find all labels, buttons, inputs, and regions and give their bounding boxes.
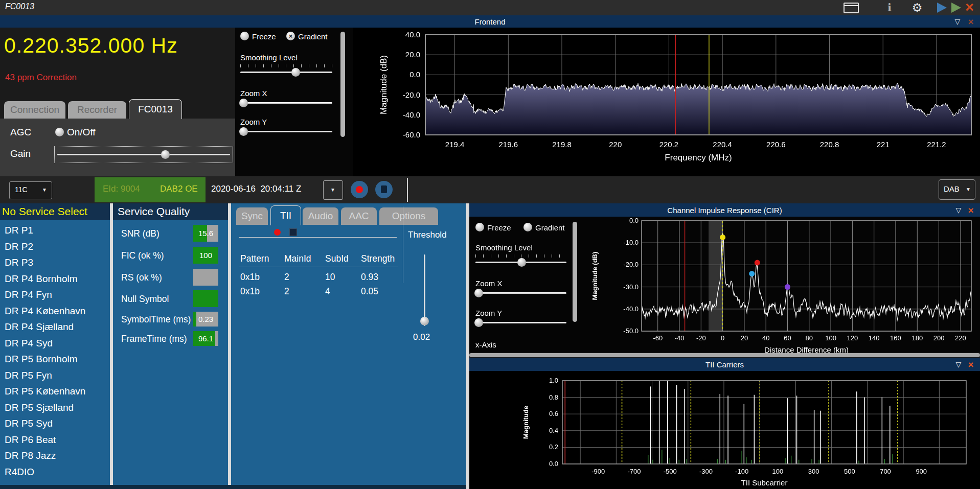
service-item[interactable]: R4DIO xyxy=(0,464,110,481)
panel-close-icon[interactable]: × xyxy=(965,358,976,371)
tii-carriers-title: TII Carriers xyxy=(705,360,744,369)
cir-controls: Freeze Gradient Smoothing Level Zoom X Z… xyxy=(469,217,583,353)
quality-title: Service Quality xyxy=(118,205,190,218)
service-item[interactable]: DR P4 Fyn xyxy=(0,287,110,304)
service-item[interactable]: DR P5 København xyxy=(0,384,110,400)
service-item[interactable]: DR P3 xyxy=(0,255,110,271)
tab-fc0013[interactable]: FC0013 xyxy=(129,99,182,119)
quality-badge xyxy=(193,269,218,286)
threshold-slider[interactable] xyxy=(419,254,429,330)
quality-label: RS (ok %) xyxy=(121,272,162,283)
zoom-x-label: Zoom X xyxy=(240,89,267,98)
gradient-label: Gradient xyxy=(298,32,328,41)
service-item[interactable]: DR P6 Beat xyxy=(0,432,110,449)
service-item[interactable]: DR P2 xyxy=(0,239,110,255)
datetime: 2020-06-16 20:04:11 Z xyxy=(211,184,301,194)
selected-service-label: No Service Select xyxy=(2,205,87,218)
record-button[interactable] xyxy=(351,181,368,198)
freeze-radio[interactable] xyxy=(240,32,249,40)
settings-gear-icon[interactable]: ⚙ xyxy=(910,0,924,15)
cir-title: Channel Impulse Response (CIR) xyxy=(667,206,782,215)
play-icon[interactable] xyxy=(937,3,947,13)
zoom-y-slider-handle[interactable] xyxy=(239,127,248,136)
cir-smoothing-slider-handle[interactable] xyxy=(517,258,526,267)
cir-zoom-x-slider-handle[interactable] xyxy=(474,289,483,297)
service-item[interactable]: DR P4 Bornholm xyxy=(0,271,110,288)
service-item[interactable]: DR P5 Sjælland xyxy=(0,400,110,416)
stop-square-icon xyxy=(381,185,387,193)
stop-button[interactable] xyxy=(375,181,393,198)
smoothing-slider-handle[interactable] xyxy=(291,68,300,77)
channel-select[interactable]: 11C ▼ xyxy=(9,181,52,199)
bottom-strip xyxy=(0,485,466,489)
tab-audio[interactable]: Audio xyxy=(303,207,338,225)
collapse-icon[interactable]: ▽ xyxy=(953,203,964,217)
cir-freeze-radio[interactable] xyxy=(475,223,484,231)
service-item[interactable]: DR P1 xyxy=(0,223,110,239)
channel-value: 11C xyxy=(15,185,28,194)
service-item[interactable]: DR P8 Jazz xyxy=(0,448,110,464)
info-icon[interactable]: i xyxy=(884,1,895,14)
cir-gradient-radio[interactable] xyxy=(523,223,532,231)
cir-gradient-label: Gradient xyxy=(535,223,565,232)
tab-tii[interactable]: TII xyxy=(270,205,301,225)
agc-label: AGC xyxy=(10,127,31,138)
frontend-header: Frontend ▽ × xyxy=(0,15,980,28)
service-item[interactable]: DR P5 Fyn xyxy=(0,368,110,384)
cir-zoom-y-slider[interactable] xyxy=(475,319,566,328)
collapse-icon[interactable]: ▽ xyxy=(952,15,963,28)
tii-record-dot-icon xyxy=(274,229,281,236)
tii-carriers-plot xyxy=(469,371,980,489)
controls-scrollbar[interactable] xyxy=(340,32,345,137)
cir-zoom-y-label: Zoom Y xyxy=(475,309,502,317)
panel-close-icon[interactable]: × xyxy=(965,203,976,217)
gradient-checkbox[interactable]: × xyxy=(286,32,295,40)
quality-label: Null Symbol xyxy=(121,294,169,305)
quality-label: FIC (ok %) xyxy=(121,250,164,261)
frontend-title: Frontend xyxy=(474,17,505,26)
play-secondary-icon[interactable] xyxy=(951,3,961,13)
smoothing-slider[interactable] xyxy=(240,68,332,78)
cir-zoom-y-slider-handle[interactable] xyxy=(474,318,483,327)
frontend-body: 0.220.352.000 Hz 43 ppm Correction Conne… xyxy=(0,28,980,176)
cir-header: Channel Impulse Response (CIR) ▽ × xyxy=(469,203,980,217)
cir-controls-scrollbar[interactable] xyxy=(573,222,577,322)
tii-table-header: Pattern MainId SubId Strength xyxy=(240,253,402,264)
service-item[interactable]: DR P5 Bornholm xyxy=(0,352,110,368)
separator xyxy=(407,178,408,202)
services-panel: No Service Select DR P1 DR P2 DR P3 DR P… xyxy=(0,203,110,489)
service-item[interactable]: DR P5 Syd xyxy=(0,416,110,432)
gain-slider-handle[interactable] xyxy=(161,150,170,159)
cir-smoothing-slider[interactable] xyxy=(475,259,566,268)
ppm-correction: 43 ppm Correction xyxy=(5,73,77,83)
tab-aac[interactable]: AAC xyxy=(341,207,377,225)
tab-sync[interactable]: Sync xyxy=(236,207,268,225)
tii-stop-square-icon xyxy=(289,228,297,236)
mode-select[interactable]: DAB ▼ xyxy=(939,179,975,200)
tab-recorder[interactable]: Recorder xyxy=(68,101,126,119)
window-icon[interactable] xyxy=(844,3,859,13)
agc-radio[interactable] xyxy=(55,128,64,136)
service-item[interactable]: DR P4 Syd xyxy=(0,336,110,352)
horizontal-scrollbar[interactable] xyxy=(469,353,980,358)
zoom-x-slider[interactable] xyxy=(240,99,332,108)
service-item[interactable]: DR P4 Sjælland xyxy=(0,319,110,336)
close-icon[interactable]: × xyxy=(965,0,974,16)
cir-zoom-x-slider[interactable] xyxy=(475,289,566,298)
collapse-icon[interactable]: ▽ xyxy=(953,358,964,371)
panel-close-icon[interactable]: × xyxy=(965,15,976,28)
tab-connection[interactable]: Connection xyxy=(4,101,65,119)
tii-table-row[interactable]: 0x1b 2 4 0.05 xyxy=(240,286,402,297)
smoothing-label: Smoothing Level xyxy=(240,53,298,62)
tii-table-row[interactable]: 0x1b 2 10 0.93 xyxy=(240,272,402,283)
quality-badge: 15.6 xyxy=(193,225,218,242)
gain-slider[interactable] xyxy=(54,146,233,163)
service-item[interactable]: DR P4 København xyxy=(0,304,110,320)
threshold-slider-handle[interactable] xyxy=(420,317,429,325)
expand-dropdown-button[interactable]: ▼ xyxy=(323,180,343,200)
chevron-down-icon: ▼ xyxy=(330,187,335,193)
zoom-x-slider-handle[interactable] xyxy=(239,99,248,107)
zoom-y-slider[interactable] xyxy=(240,128,332,137)
tab-options[interactable]: Options xyxy=(379,207,438,225)
record-dot-icon xyxy=(356,186,363,193)
